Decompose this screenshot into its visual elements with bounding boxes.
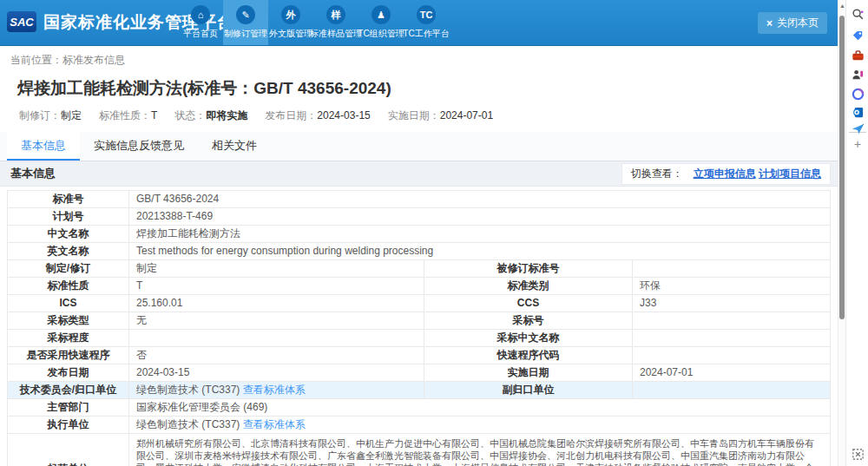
nav-item-外文版管理[interactable]: 外外文版管理 [268, 0, 313, 45]
breadcrumb-label: 当前位置： [10, 54, 62, 66]
meta-label: 实施日期： [388, 109, 440, 121]
tab-bar: 基本信息实施信息反馈意见相关文件 [0, 132, 838, 161]
field-label: 是否采用快速程序 [8, 347, 129, 364]
field-label: 中文名称 [8, 226, 129, 243]
field-label: 技术委员会/归口单位 [8, 382, 129, 399]
meta-value: 2024-03-15 [317, 109, 370, 121]
nav-item-TC工作平台[interactable]: TCTC工作平台 [404, 0, 449, 45]
add-icon[interactable]: + [851, 137, 865, 151]
field-value: 郑州机械研究所有限公司、北京博清科技有限公司、中机生产力促进中心有限公司、中国机… [129, 434, 831, 466]
field-label: 标准号 [8, 191, 129, 208]
breadcrumb-current: 标准发布信息 [62, 54, 125, 66]
yang-icon: 样 [326, 5, 345, 24]
nav-item-label: 外文版管理 [269, 28, 312, 40]
meta-value: 制定 [61, 109, 82, 121]
field-value: 25.160.01 [129, 295, 424, 312]
table-row: 采标程度采标中文名称 [8, 330, 831, 347]
tab-基本信息[interactable]: 基本信息 [7, 132, 80, 161]
field-label: 计划号 [8, 208, 129, 226]
field-label: 采标程度 [8, 330, 129, 347]
page: SAC 国家标准化业务管理平台 ⌂平台首页✎制修订管理外外文版管理样标准样品管理… [0, 0, 868, 466]
screenshot-icon[interactable] [851, 447, 865, 461]
scrollbar-thumb[interactable] [839, 16, 845, 319]
field-label: 标准类别 [424, 278, 633, 295]
switch-link-计划项目信息[interactable]: 计划项目信息 [759, 167, 821, 180]
page-title: 焊接加工能耗检测方法(标准号：GB/T 43656-2024) [0, 77, 838, 100]
nav-item-制修订管理[interactable]: ✎制修订管理 [223, 0, 268, 45]
switch-view-box: 切换查看： 立项申报信息 计划项目信息 [621, 163, 831, 185]
table-row: 计划号20213388-T-469 [8, 208, 831, 226]
field-label: 快速程序代码 [424, 347, 633, 364]
main-nav: ⌂平台首页✎制修订管理外外文版管理样标准样品管理♟TC组织管理TCTC工作平台 [178, 0, 449, 45]
table-row: 是否采用快速程序否快速程序代码 [8, 347, 831, 364]
view-standard-system-link[interactable]: 查看标准体系 [243, 384, 306, 396]
table-row: 标准号GB/T 43656-2024 [8, 191, 831, 208]
field-value: 无 [129, 312, 424, 330]
meta-item: 制修订：制定 [19, 108, 82, 123]
outlook-icon[interactable] [851, 105, 865, 119]
tab-实施信息反馈意见[interactable]: 实施信息反馈意见 [80, 132, 198, 161]
browser-sidebar: + [845, 0, 868, 466]
field-label: 发布日期 [8, 364, 129, 382]
switch-view-links: 立项申报信息 计划项目信息 [694, 167, 821, 181]
switch-link-立项申报信息[interactable]: 立项申报信息 [694, 167, 756, 180]
sac-logo: SAC [7, 11, 36, 32]
view-standard-system-link[interactable]: 查看标准体系 [243, 418, 306, 430]
meta-value: T [151, 109, 157, 121]
table-row: ICS25.160.01CCSJ33 [8, 295, 831, 312]
field-value: 绿色制造技术 (TC337) 查看标准体系 [129, 382, 424, 399]
field-label: ICS [8, 295, 129, 312]
section-title: 基本信息 [10, 166, 56, 181]
table-row: 主管部门国家标准化管理委员会 (469) [8, 399, 831, 417]
people-icon[interactable] [851, 68, 865, 82]
meta-label: 状态： [174, 109, 206, 121]
field-label: 被修订标准号 [424, 260, 633, 278]
nav-item-标准样品管理[interactable]: 样标准样品管理 [313, 0, 358, 45]
meta-item: 状态：即将实施 [174, 108, 247, 123]
field-label: 起草单位 [8, 434, 129, 466]
meta-label: 发布日期： [265, 109, 317, 121]
nav-item-TC组织管理[interactable]: ♟TC组织管理 [358, 0, 404, 45]
table-row: 起草单位郑州机械研究所有限公司、北京博清科技有限公司、中机生产力促进中心有限公司… [8, 434, 831, 466]
close-page-button[interactable]: × 关闭本页 [758, 12, 827, 34]
field-value [633, 382, 831, 399]
send-icon[interactable] [851, 121, 865, 135]
field-value: 2024-03-15 [129, 364, 424, 382]
tag-icon[interactable] [851, 29, 865, 43]
nav-item-label: 标准样品管理 [310, 28, 362, 40]
field-value: 2024-07-01 [633, 364, 831, 382]
search-icon[interactable] [851, 7, 865, 21]
field-value: 20213388-T-469 [129, 208, 831, 226]
table-row: 技术委员会/归口单位绿色制造技术 (TC337) 查看标准体系副归口单位 [8, 382, 831, 399]
table-row: 中文名称焊接加工能耗检测方法 [8, 226, 831, 243]
field-value [633, 330, 831, 347]
field-value: Test methods for energy consumption duri… [129, 243, 831, 260]
nav-item-label: TC工作平台 [403, 28, 449, 40]
meta-label: 制修订： [19, 109, 61, 121]
pencil-icon: ✎ [236, 5, 255, 24]
nav-item-label: 平台首页 [183, 28, 218, 40]
main-content: 当前位置：标准发布信息 焊接加工能耗检测方法(标准号：GB/T 43656-20… [0, 45, 838, 466]
copilot-icon[interactable] [851, 87, 865, 101]
meta-item: 标准性质：T [99, 108, 157, 123]
toolbox-icon[interactable] [851, 49, 865, 62]
table-row: 制定/修订制定被修订标准号 [8, 260, 831, 278]
table-row: 标准性质T标准类别环保 [8, 278, 831, 295]
meta-value: 即将实施 [206, 109, 247, 121]
close-icon: × [766, 17, 773, 30]
tab-相关文件[interactable]: 相关文件 [198, 132, 271, 161]
field-value: T [129, 278, 424, 295]
field-value [129, 330, 424, 347]
field-value: GB/T 43656-2024 [129, 191, 831, 208]
field-label: 主管部门 [8, 399, 129, 417]
nav-item-平台首页[interactable]: ⌂平台首页 [178, 0, 223, 45]
top-header-bar: SAC 国家标准化业务管理平台 ⌂平台首页✎制修订管理外外文版管理样标准样品管理… [0, 0, 838, 46]
field-label: 制定/修订 [8, 260, 129, 278]
meta-value: 2024-07-01 [440, 109, 493, 121]
field-label: 采标号 [424, 312, 633, 330]
field-value: 焊接加工能耗检测方法 [129, 226, 831, 243]
field-label: 标准性质 [8, 278, 129, 295]
field-value [633, 312, 831, 330]
field-value: 国家标准化管理委员会 (469) [129, 399, 831, 417]
table-row: 发布日期2024-03-15实施日期2024-07-01 [8, 364, 831, 382]
